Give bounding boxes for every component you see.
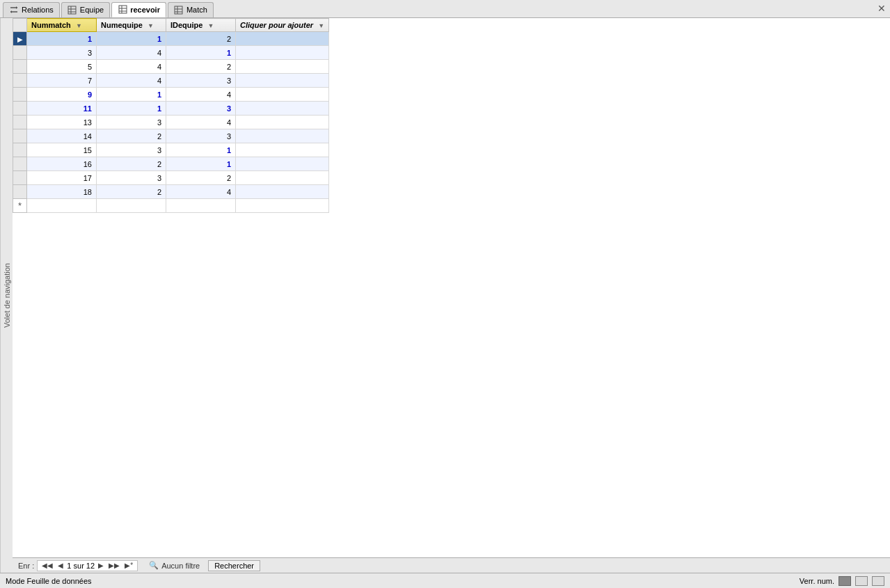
cell-idequipe[interactable]: 1 xyxy=(166,46,236,60)
search-button[interactable]: Rechercher xyxy=(208,560,260,571)
table-row[interactable]: ▶112 xyxy=(13,32,329,46)
nav-first-button[interactable]: ◀◀ xyxy=(40,562,54,569)
col-header-add[interactable]: Cliquer pour ajouter ▼ xyxy=(236,19,329,32)
row-selector-cell[interactable] xyxy=(13,60,27,74)
cell-numequipe[interactable]: 4 xyxy=(97,60,166,74)
tab-recevoir[interactable]: recevoir xyxy=(111,2,166,17)
cell-nummatch[interactable]: 15 xyxy=(27,143,97,157)
cell-nummatch[interactable]: 16 xyxy=(27,157,97,171)
table-row[interactable]: 1334 xyxy=(13,116,329,129)
view-form-icon[interactable] xyxy=(872,576,884,586)
row-selector-cell[interactable] xyxy=(13,129,27,143)
row-selector-cell[interactable] xyxy=(13,74,27,88)
table-row[interactable]: 743 xyxy=(13,74,329,88)
nav-prev-button[interactable]: ◀ xyxy=(56,562,65,569)
view-datasheet-icon[interactable] xyxy=(839,576,851,586)
cell-add[interactable] xyxy=(236,102,329,116)
cell-nummatch[interactable]: 7 xyxy=(27,74,97,88)
cell-idequipe[interactable]: 1 xyxy=(166,157,236,171)
table-row[interactable]: 1113 xyxy=(13,102,329,116)
cell-nummatch[interactable]: 9 xyxy=(27,88,97,102)
cell-idequipe[interactable]: 2 xyxy=(166,60,236,74)
cell-nummatch[interactable]: 13 xyxy=(27,116,97,129)
cell-idequipe[interactable]: 3 xyxy=(166,129,236,143)
cell-idequipe[interactable]: 2 xyxy=(166,171,236,185)
nav-new-button[interactable]: ▶* xyxy=(123,562,134,569)
row-selector-cell[interactable] xyxy=(13,88,27,102)
cell-add[interactable] xyxy=(236,116,329,129)
enr-label: Enr : xyxy=(18,562,34,570)
cell-numequipe[interactable]: 2 xyxy=(97,157,166,171)
cell-add[interactable] xyxy=(236,129,329,143)
cell-numequipe[interactable]: 4 xyxy=(97,74,166,88)
col-header-idequipe[interactable]: IDequipe ▼ xyxy=(166,19,236,32)
cell-nummatch[interactable]: 17 xyxy=(27,171,97,185)
cell-add[interactable] xyxy=(236,46,329,60)
cell-nummatch[interactable]: 18 xyxy=(27,185,97,199)
cell-nummatch[interactable]: 14 xyxy=(27,129,97,143)
cell-idequipe[interactable]: 4 xyxy=(166,88,236,102)
cell-nummatch[interactable]: 1 xyxy=(27,32,97,46)
close-button[interactable]: ✕ xyxy=(877,3,886,14)
cell-add[interactable] xyxy=(236,32,329,46)
tab-equipe[interactable]: Equipe xyxy=(61,2,110,17)
table-row[interactable]: 1423 xyxy=(13,129,329,143)
cell-idequipe[interactable]: 1 xyxy=(166,143,236,157)
cell-nummatch[interactable]: 5 xyxy=(27,60,97,74)
nav-last-button[interactable]: ▶▶ xyxy=(107,562,121,569)
table-row[interactable]: 341 xyxy=(13,46,329,60)
cell-add[interactable] xyxy=(236,60,329,74)
row-selector-cell[interactable] xyxy=(13,143,27,157)
cell-numequipe[interactable]: 2 xyxy=(97,129,166,143)
cell-idequipe[interactable]: 4 xyxy=(166,116,236,129)
cell-idequipe[interactable]: 2 xyxy=(166,32,236,46)
cell-nummatch[interactable]: 3 xyxy=(27,46,97,60)
cell-numequipe[interactable]: 4 xyxy=(97,46,166,60)
cell-idequipe[interactable]: 3 xyxy=(166,102,236,116)
filter-button[interactable]: 🔍 Aucun filtre xyxy=(146,560,202,571)
cell-nummatch[interactable]: 11 xyxy=(27,102,97,116)
col-header-numequipe[interactable]: Numequipe ▼ xyxy=(97,19,166,32)
cell-add[interactable] xyxy=(236,143,329,157)
table-row[interactable]: 914 xyxy=(13,88,329,102)
cell-add[interactable] xyxy=(236,171,329,185)
cell-numequipe[interactable]: 3 xyxy=(97,116,166,129)
row-selector-cell[interactable] xyxy=(13,46,27,60)
cell-add[interactable] xyxy=(236,74,329,88)
cell-idequipe[interactable]: 3 xyxy=(166,74,236,88)
cell-add[interactable] xyxy=(236,88,329,102)
new-add[interactable] xyxy=(236,199,329,213)
tab-match[interactable]: Match xyxy=(168,2,214,17)
new-numequipe[interactable] xyxy=(97,199,166,213)
row-selector-cell[interactable]: ▶ xyxy=(13,32,27,46)
record-number-input[interactable] xyxy=(67,562,95,570)
new-nummatch[interactable] xyxy=(27,199,97,213)
cell-numequipe[interactable]: 2 xyxy=(97,185,166,199)
row-selector-cell[interactable] xyxy=(13,102,27,116)
col-header-nummatch[interactable]: Nummatch ▼ xyxy=(27,19,97,32)
row-selector-cell[interactable] xyxy=(13,171,27,185)
table-row[interactable]: 1621 xyxy=(13,157,329,171)
table-row[interactable]: 1531 xyxy=(13,143,329,157)
view-pivot-icon[interactable] xyxy=(855,576,868,586)
cell-numequipe[interactable]: 1 xyxy=(97,102,166,116)
table-row[interactable]: 1824 xyxy=(13,185,329,199)
cell-numequipe[interactable]: 1 xyxy=(97,88,166,102)
cell-add[interactable] xyxy=(236,185,329,199)
side-nav-panel[interactable]: Volet de navigation xyxy=(0,18,13,573)
table-row[interactable]: 1732 xyxy=(13,171,329,185)
cell-numequipe[interactable]: 3 xyxy=(97,171,166,185)
new-row[interactable]: * xyxy=(13,199,329,213)
cell-idequipe[interactable]: 4 xyxy=(166,185,236,199)
row-selector-cell[interactable] xyxy=(13,116,27,129)
row-selector-cell[interactable] xyxy=(13,157,27,171)
new-idequipe[interactable] xyxy=(166,199,236,213)
new-row-selector[interactable]: * xyxy=(13,199,27,213)
row-selector-cell[interactable] xyxy=(13,185,27,199)
cell-numequipe[interactable]: 3 xyxy=(97,143,166,157)
tab-relations[interactable]: Relations xyxy=(3,2,60,17)
cell-numequipe[interactable]: 1 xyxy=(97,32,166,46)
nav-next-button[interactable]: ▶ xyxy=(97,562,105,569)
cell-add[interactable] xyxy=(236,157,329,171)
table-row[interactable]: 542 xyxy=(13,60,329,74)
